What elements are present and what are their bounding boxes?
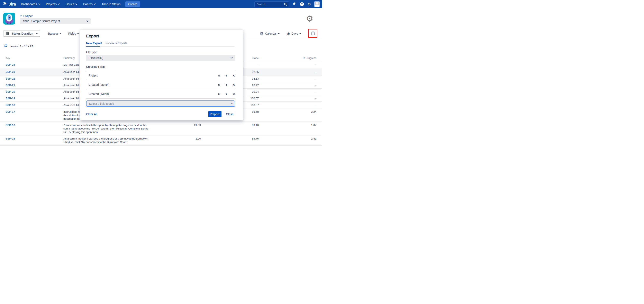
chevron-down-icon [38, 3, 40, 5]
in-progress-value: - [259, 63, 316, 66]
tab-new-export[interactable]: New Export [86, 42, 102, 46]
search-input[interactable] [254, 3, 289, 6]
chevron-down-icon [60, 32, 62, 34]
project-avatar [3, 13, 15, 24]
export-button[interactable] [308, 29, 318, 38]
settings-gear-icon[interactable]: ⚙ [308, 2, 311, 6]
issues-count-label: Issues: 1 - 10 / 24 [10, 44, 33, 48]
issue-key-link[interactable]: SSP-15 [6, 135, 64, 140]
user-avatar[interactable] [314, 2, 320, 7]
issue-summary: As a scrum master, I can see the progres… [64, 135, 174, 144]
in-progress-value: - [259, 70, 316, 74]
group-field-label: Created (Month) [88, 83, 110, 86]
chevron-down-icon [36, 32, 38, 34]
grid-icon [6, 32, 8, 35]
issue-key-link[interactable]: SSP-17 [6, 108, 64, 114]
jira-logo-text: Jira [8, 2, 16, 6]
in-progress-value: 1.07 [259, 122, 316, 127]
project-select[interactable]: SSP - Sample Scrum Project [20, 18, 90, 24]
group-by-fields-list: Project « « × Created (Month) « « × Crea… [86, 71, 235, 98]
remove-field-icon[interactable]: × [232, 83, 235, 87]
issue-key-link[interactable]: SSP-23 [6, 70, 64, 74]
move-down-icon[interactable]: « [224, 74, 228, 77]
issue-key-link[interactable]: SSP-21 [6, 84, 64, 87]
move-down-icon[interactable]: « [224, 93, 228, 95]
move-up-icon[interactable]: « [217, 93, 221, 95]
todo-value: 21.03 [174, 122, 201, 127]
remove-field-icon[interactable]: × [232, 92, 235, 96]
group-field-row: Created (Week) « « × [86, 90, 235, 98]
issue-key-link[interactable]: SSP-24 [6, 63, 64, 66]
file-type-select[interactable]: Excel (xlsx) [86, 55, 235, 61]
table-row: SSP-15 As a scrum master, I can see the … [0, 135, 322, 146]
app-window: Jira Dashboards Projects Issues Boards T… [0, 0, 322, 152]
chevron-down-icon [86, 20, 88, 22]
calendar-dropdown[interactable]: Calendar [260, 32, 280, 35]
group-field-row: Created (Month) « « × [86, 80, 235, 90]
chevron-down-icon [75, 3, 77, 5]
issue-key-link[interactable]: SSP-20 [6, 90, 64, 93]
nav-dashboards[interactable]: Dashboards [21, 2, 40, 6]
issue-key-link[interactable]: SSP-18 [6, 104, 64, 106]
add-field-placeholder: Select a field to add [89, 102, 114, 105]
nav-boards[interactable]: Boards [83, 2, 96, 6]
chevron-down-icon [278, 32, 280, 34]
chevron-down-icon [231, 56, 233, 58]
help-icon[interactable]: ? [300, 2, 304, 6]
header-key[interactable]: Key [6, 56, 64, 60]
project-breadcrumb[interactable]: Project [20, 14, 32, 18]
chevron-down-icon [231, 102, 233, 104]
create-button[interactable]: Create [125, 2, 140, 7]
todo-value: 2.20 [174, 135, 201, 140]
days-dropdown[interactable]: ◉ Days [287, 32, 301, 36]
table-row: SSP-16 As a team, we can finish the spri… [0, 122, 322, 135]
in-progress-value: - [259, 104, 316, 106]
search-box [254, 2, 289, 7]
done-value: 85.76 [201, 135, 259, 140]
active-tab-indicator [86, 46, 100, 47]
header-in-progress[interactable]: In Progress [259, 56, 316, 60]
file-type-label: File Type [86, 50, 235, 54]
modal-title: Export [86, 34, 235, 38]
modal-tabs: New Export Previous Exports [86, 42, 235, 46]
chevron-down-icon [20, 15, 22, 17]
nav-time-in-status[interactable]: Time in Status [102, 2, 120, 6]
nav-issues[interactable]: Issues [66, 2, 77, 6]
tab-previous-exports[interactable]: Previous Exports [106, 42, 127, 46]
clear-all-link[interactable]: Clear All [86, 112, 97, 116]
calendar-icon [260, 32, 264, 35]
view-selector-button[interactable]: Status Duration [3, 30, 40, 36]
issue-key-link[interactable]: SSP-19 [6, 97, 64, 100]
export-modal: Export New Export Previous Exports File … [80, 30, 243, 120]
announcements-icon[interactable] [292, 2, 296, 6]
remove-field-icon[interactable]: × [232, 74, 235, 78]
issue-key-link[interactable]: SSP-22 [6, 77, 64, 80]
issues-count-bar: Issues: 1 - 10 / 24 [4, 44, 33, 48]
done-value: 89.10 [201, 122, 259, 127]
move-up-icon[interactable]: « [217, 74, 221, 77]
issue-key-link[interactable]: SSP-16 [6, 122, 64, 127]
search-icon[interactable] [284, 3, 287, 7]
jira-logo[interactable]: Jira [3, 2, 16, 7]
modal-export-button[interactable]: Export [208, 111, 222, 117]
chevron-down-icon [94, 3, 96, 5]
in-progress-value: 2.41 [259, 135, 316, 140]
in-progress-value: - [259, 90, 316, 93]
modal-close-link[interactable]: Close [226, 112, 234, 116]
group-field-row: Project « « × [86, 71, 235, 80]
move-up-icon[interactable]: « [217, 84, 221, 86]
issue-summary: As a team, we can finish the sprint by c… [64, 122, 174, 134]
page-settings-gear-icon[interactable]: ⚙ [306, 14, 313, 23]
statuses-dropdown[interactable]: Statuses [47, 32, 61, 35]
group-field-label: Created (Week) [88, 92, 109, 96]
chevron-down-icon [77, 32, 79, 34]
in-progress-value: - [259, 97, 316, 100]
in-progress-value: - [259, 84, 316, 87]
nav-projects[interactable]: Projects [46, 2, 60, 6]
group-field-label: Project [88, 74, 98, 77]
move-down-icon[interactable]: « [224, 84, 228, 86]
fields-dropdown[interactable]: Fields [68, 32, 79, 35]
refresh-icon[interactable] [4, 44, 8, 48]
export-icon [311, 31, 315, 36]
add-field-select[interactable]: Select a field to add [86, 100, 235, 107]
